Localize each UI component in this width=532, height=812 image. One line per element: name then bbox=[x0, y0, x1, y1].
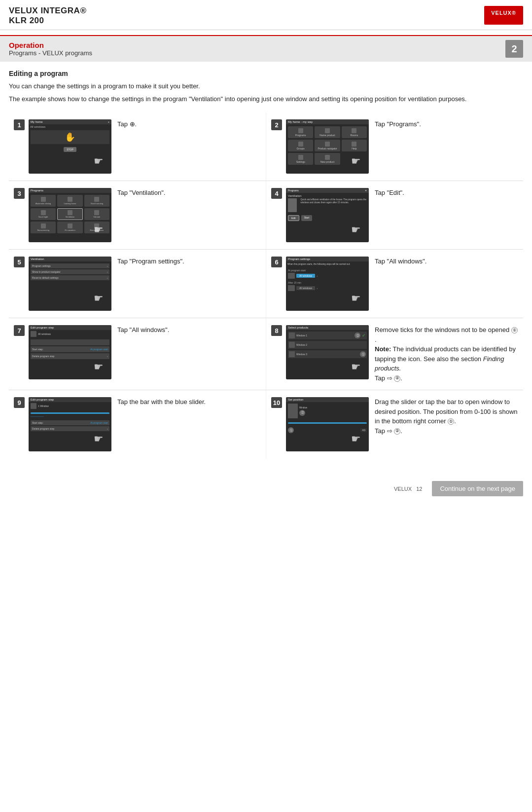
product-name-line1: VELUX INTEGRA® bbox=[9, 6, 86, 16]
step-screen-7: Edit program step All windows Start step… bbox=[29, 325, 111, 379]
section-header: Operation Programs - VELUX programs 2 bbox=[0, 35, 532, 62]
hand-cursor-10: ☛ bbox=[351, 433, 361, 445]
step-desc-9: Tap the bar with the blue slider. bbox=[117, 397, 261, 407]
step-screen-8: Select products Window 1 ② ✓ Window 2 bbox=[286, 325, 369, 379]
step-cell-7: 7 Edit program step All windows Start st… bbox=[9, 318, 266, 390]
hand-cursor-6: ☛ bbox=[351, 292, 361, 305]
step-row-9-10: 9 Edit program step 1 Window —————— bbox=[9, 390, 523, 458]
step-number-10: 10 bbox=[271, 397, 282, 408]
step-number-7: 7 bbox=[14, 325, 25, 336]
circle-2: ② bbox=[394, 375, 400, 382]
step-cell-3: 3 Programs Automatic closing Leaving hom… bbox=[9, 181, 266, 249]
step-cell-1: 1 My home + All windows ✋ bbox=[9, 112, 266, 181]
step-number-4: 4 bbox=[271, 188, 282, 199]
hand-cursor-1: ☛ bbox=[94, 155, 104, 168]
step-cell-8: 8 Select products Window 1 ② ✓ bbox=[266, 318, 523, 390]
steps-container: 1 My home + All windows ✋ bbox=[9, 112, 523, 458]
hand-cursor-9: ☛ bbox=[94, 433, 104, 445]
step-row-1-2: 1 My home + All windows ✋ bbox=[9, 112, 523, 181]
step-desc-1: Tap ⊕. bbox=[117, 119, 261, 129]
continue-button[interactable]: Continue on the next page bbox=[432, 481, 523, 496]
step-row-7-8: 7 Edit program step All windows Start st… bbox=[9, 318, 523, 390]
step-number-6: 6 bbox=[271, 257, 282, 267]
section-number: 2 bbox=[505, 40, 523, 58]
step-screen-4: Programs✕ Ventilation Quick and efficien… bbox=[286, 188, 369, 242]
step-number-9: 9 bbox=[14, 397, 25, 408]
circle-1: ① bbox=[511, 327, 518, 333]
step-cell-5: 5 Ventilation Program settings › Show in… bbox=[9, 250, 266, 318]
step-number-1: 1 bbox=[14, 119, 25, 130]
step-desc-2: Tap "Programs". bbox=[375, 119, 518, 129]
step-cell-9: 9 Edit program step 1 Window —————— bbox=[9, 390, 266, 458]
step-cell-10: 10 Set position Window ② bbox=[266, 390, 523, 458]
step-desc-7: Tap "All windows". bbox=[117, 325, 261, 335]
step-desc-5: Tap "Program settings". bbox=[117, 257, 261, 266]
product-name-line2: KLR 200 bbox=[9, 16, 86, 26]
step-screen-1: My home + All windows ✋ STOP bbox=[29, 119, 111, 174]
step-row-3-4: 3 Programs Automatic closing Leaving hom… bbox=[9, 181, 523, 250]
step-screen-6: Program settings When this program start… bbox=[286, 257, 369, 311]
page-header: VELUX INTEGRA® KLR 200 VELUX® bbox=[0, 0, 532, 30]
page-footer: VELUX 12 Continue on the next page bbox=[0, 476, 532, 501]
step-desc-3: Tap "Ventilation". bbox=[117, 188, 261, 198]
step-screen-5: Ventilation Program settings › Show in p… bbox=[29, 257, 111, 311]
step-number-2: 2 bbox=[271, 119, 282, 130]
step-screen-2: My home - my way Programs Name product bbox=[286, 119, 369, 174]
editing-title: Editing a program bbox=[9, 70, 523, 77]
step-number-3: 3 bbox=[14, 188, 25, 199]
step-desc-8: Remove ticks for the windows not to be o… bbox=[375, 325, 518, 383]
step-number-5: 5 bbox=[14, 257, 25, 267]
editing-desc1: You can change the settings in a program… bbox=[9, 81, 523, 91]
step-row-5-6: 5 Ventilation Program settings › Show in… bbox=[9, 250, 523, 318]
step-desc-4: Tap "Edit". bbox=[375, 188, 518, 198]
main-content: Editing a program You can change the set… bbox=[0, 62, 532, 466]
step-desc-10: Drag the slider or tap the bar to open w… bbox=[375, 397, 518, 436]
hand-cursor-4: ☛ bbox=[351, 223, 361, 236]
hand-cursor-8: ☛ bbox=[351, 361, 361, 373]
step-desc-6: Tap "All windows". bbox=[375, 257, 518, 266]
hand-cursor-7: ☛ bbox=[94, 361, 104, 373]
step-cell-2: 2 My home - my way Programs bbox=[266, 112, 523, 181]
page-number: VELUX 12 bbox=[394, 486, 422, 492]
step-screen-3: Programs Automatic closing Leaving home … bbox=[29, 188, 111, 242]
section-operation-label: Operation bbox=[9, 41, 92, 49]
hand-cursor-3: ☛ bbox=[94, 223, 104, 236]
step-cell-4: 4 Programs✕ Ventilation Quick and effici… bbox=[266, 181, 523, 249]
circle-1b: ① bbox=[448, 418, 454, 425]
step-number-8: 8 bbox=[271, 325, 282, 336]
velux-logo: VELUX® bbox=[484, 6, 523, 25]
section-programs-label: Programs - VELUX programs bbox=[9, 49, 92, 57]
step-cell-6: 6 Program settings When this program sta… bbox=[266, 250, 523, 318]
circle-2b: ② bbox=[394, 428, 400, 435]
logo-sup: ® bbox=[512, 10, 516, 16]
product-title: VELUX INTEGRA® KLR 200 bbox=[9, 6, 86, 26]
hand-cursor-2: ☛ bbox=[351, 155, 361, 168]
hand-cursor-5: ☛ bbox=[94, 292, 104, 305]
editing-desc2: The example shows how to change the sett… bbox=[9, 94, 523, 104]
step-screen-9: Edit program step 1 Window —————— Start … bbox=[29, 397, 111, 451]
logo-text: VELUX bbox=[491, 10, 512, 16]
step-screen-10: Set position Window ② ① bbox=[286, 397, 369, 451]
section-title-group: Operation Programs - VELUX programs bbox=[9, 41, 92, 57]
